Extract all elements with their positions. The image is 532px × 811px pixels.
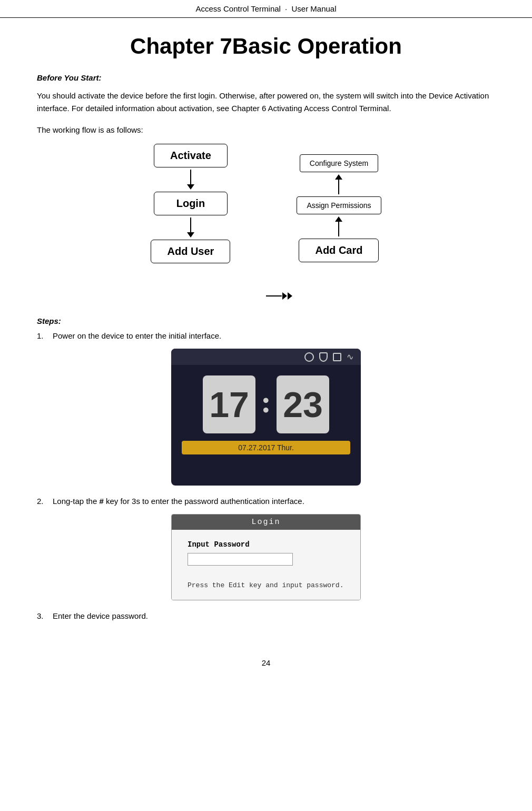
header-title: Access Control Terminal	[195, 4, 280, 13]
arrow-assign-to-configure	[335, 174, 342, 194]
flow-left-column: Activate Login Add User	[151, 144, 230, 307]
activate-box: Activate	[154, 144, 228, 167]
assign-permissions-box: Assign Permissions	[297, 196, 381, 214]
add-user-box: Add User	[151, 240, 230, 263]
arrow-line-2	[190, 217, 191, 232]
arrow-up-line-1	[338, 180, 339, 194]
clock-minute: 23	[277, 375, 329, 433]
flow-intro: The working flow is as follows:	[37, 125, 495, 134]
arrow-login-to-adduser	[187, 217, 194, 238]
login-box: Login	[154, 192, 228, 215]
clock-colon: :	[261, 384, 271, 420]
step-1-num: 1.	[37, 330, 53, 342]
step-3-text: Enter the device password.	[53, 610, 148, 622]
page-header: Access Control Terminal · User Manual	[0, 0, 532, 18]
clock-hour: 17	[203, 375, 255, 433]
steps-label: Steps:	[37, 317, 495, 325]
login-screenshot: Login Input Password Press the Edit key …	[171, 514, 361, 600]
step-1-text: Power on the device to enter the initial…	[53, 330, 221, 342]
before-start-label: Before You Start:	[37, 72, 495, 84]
chapter-title: Chapter 7Basic Operation	[37, 34, 495, 59]
horizontal-arrow-area	[262, 144, 297, 300]
login-password-field[interactable]	[188, 553, 293, 566]
arrow-head-2	[187, 232, 194, 238]
flow-right-column: Configure System Assign Permissions Add …	[297, 154, 381, 307]
login-header-bar: Login	[172, 515, 360, 530]
step-2-text: Long-tap the # key for 3s to enter the p…	[53, 495, 304, 508]
before-start-heading: Before You Start:	[37, 73, 102, 82]
arrow-up-line-2	[338, 222, 339, 236]
step-2: 2. Long-tap the # key for 3s to enter th…	[37, 495, 495, 508]
device-top-bar: ∿	[171, 349, 361, 365]
step-1: 1. Power on the device to enter the init…	[37, 330, 495, 342]
configure-system-box: Configure System	[300, 154, 378, 172]
shield-icon	[319, 352, 328, 362]
wifi-icon: ∿	[347, 352, 353, 362]
arrow-head-b	[288, 292, 292, 300]
login-body: Input Password Press the Edit key and in…	[172, 530, 360, 600]
clock-area: 17 : 23	[171, 375, 361, 433]
date-display: 07.27.2017 Thur.	[182, 441, 350, 454]
login-input-label: Input Password	[188, 540, 344, 549]
main-content: Chapter 7Basic Operation Before You Star…	[0, 18, 532, 648]
step-2-num: 2.	[37, 495, 53, 508]
double-arrow-line	[266, 295, 282, 296]
arrow-head-1	[187, 184, 194, 190]
arrow-addcard-to-assign	[335, 216, 342, 236]
step-3-num: 3.	[37, 610, 53, 622]
arrow-up-head-2	[335, 216, 342, 222]
header-separator: ·	[285, 4, 287, 13]
step-3: 3. Enter the device password.	[37, 610, 495, 622]
arrow-head-a	[282, 292, 287, 300]
arrow-line-1	[190, 170, 191, 184]
header-subtitle: User Manual	[291, 4, 336, 13]
double-arrow	[266, 292, 292, 300]
flow-diagram: Activate Login Add User	[37, 144, 495, 307]
page-number: 24	[262, 658, 271, 667]
add-card-box: Add Card	[299, 239, 379, 262]
login-hint: Press the Edit key and input password.	[188, 581, 344, 589]
arrow-up-head-1	[335, 174, 342, 180]
double-arrow-heads	[282, 292, 292, 300]
page-footer: 24	[0, 658, 532, 678]
globe-icon	[304, 352, 314, 362]
arrow-activate-to-login	[187, 170, 194, 190]
before-start-body: You should activate the device before th…	[37, 90, 495, 115]
home-icon	[333, 353, 341, 361]
device-screenshot: ∿ 17 : 23 07.27.2017 Thur.	[171, 349, 361, 486]
